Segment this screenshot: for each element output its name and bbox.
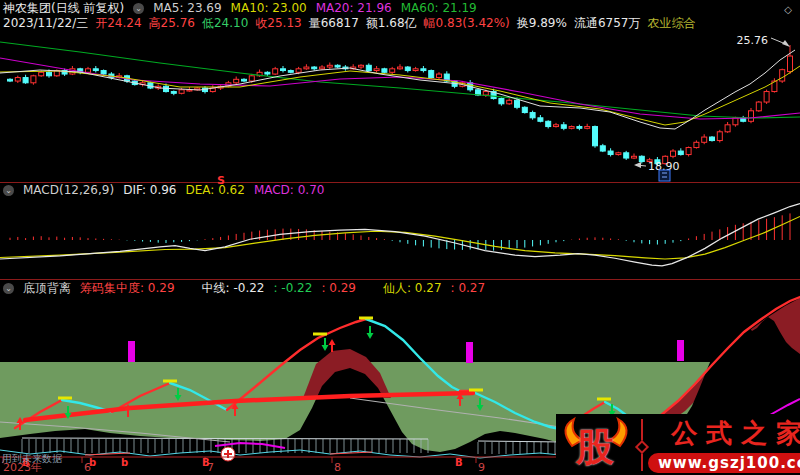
diamond-icon (635, 439, 649, 453)
concentration-value: 筹码集中度: 0.29 (80, 281, 175, 295)
ma20-value: MA20: 21.96 (316, 1, 392, 15)
xianren-value-b: : 0.27 (451, 281, 486, 295)
svg-text:b: b (121, 457, 128, 468)
collapse-indicator-icon[interactable]: ⌄ (3, 283, 14, 294)
quote-industry: 农业综合 (647, 16, 695, 30)
macd-header: ⌄ MACD(12,26,9) DIF: 0.96 DEA: 0.62 MACD… (3, 183, 324, 197)
quote-turnover: 换9.89% (517, 16, 567, 30)
corner-diamond-icon: ◇ (784, 4, 792, 15)
quote-range: 幅0.83(3.42%) (424, 16, 510, 30)
ma5-value: MA5: 23.69 (153, 1, 221, 15)
quote-date: 2023/11/22/三 (3, 16, 88, 30)
ma60-value: MA60: 21.19 (401, 1, 477, 15)
watermark-url: www.gszj100.com (648, 453, 800, 473)
collapse-main-chart-icon[interactable]: ⌄ (133, 3, 144, 14)
svg-text:B: B (455, 457, 463, 468)
panel-divider-2 (0, 279, 800, 280)
svg-text:8: 8 (334, 461, 341, 474)
macd-chart[interactable] (0, 196, 800, 279)
macd-macd-value: MACD: 0.70 (254, 183, 325, 197)
watermark-logo: 股 (556, 416, 636, 474)
quote-low: 低24.10 (202, 16, 248, 30)
watermark-divider (641, 419, 643, 471)
candlestick-chart[interactable]: 25.7618.90 (0, 30, 800, 182)
svg-text:B: B (202, 457, 210, 468)
stock-app-window: 神农集团(日线 前复权) ⌄ MA5: 23.69 MA10: 23.00 MA… (0, 0, 800, 475)
quote-volume: 量66817 (309, 16, 359, 30)
quote-bar: 2023/11/22/三 开24.24 高25.76 低24.10 收25.13… (3, 16, 695, 30)
indicator-name: 底顶背离 (23, 281, 71, 295)
quote-amount: 额1.68亿 (366, 16, 417, 30)
indicator-header: ⌄ 底顶背离 筹码集中度: 0.29 中线: -0.22 : -0.22 : 0… (3, 281, 485, 295)
separator-marker: S (217, 175, 225, 187)
macd-dea-value: DEA: 0.62 (185, 183, 244, 197)
xianren-value: 仙人: 0.27 (383, 281, 442, 295)
svg-text:b: b (89, 457, 96, 468)
stock-title: 神农集团(日线 前复权) (3, 1, 124, 15)
watermark-logo-char: 股 (576, 422, 614, 473)
midline-value-b: : -0.22 (273, 281, 312, 295)
collapse-macd-icon[interactable]: ⌄ (3, 185, 14, 196)
main-header: 神农集团(日线 前复权) ⌄ MA5: 23.69 MA10: 23.00 MA… (3, 1, 477, 15)
watermark-text: 公式之家 www.gszj100.com (648, 416, 800, 473)
quote-high: 高25.76 (149, 16, 195, 30)
ma10-value: MA10: 23.00 (231, 1, 307, 15)
watermark-brand: 公式之家 (671, 416, 800, 451)
midline-value: 中线: -0.22 (202, 281, 265, 295)
quote-float: 流通6757万 (574, 16, 641, 30)
midline-value-c: : 0.29 (321, 281, 356, 295)
svg-text:25.76: 25.76 (737, 34, 769, 47)
macd-dif-value: DIF: 0.96 (123, 183, 176, 197)
svg-text:9: 9 (478, 461, 485, 474)
macd-indicator-name: MACD(12,26,9) (23, 183, 114, 197)
quote-close: 收25.13 (255, 16, 301, 30)
quote-open: 开24.24 (95, 16, 141, 30)
watermark: 股 公式之家 www.gszj100.com (556, 414, 800, 475)
future-data-note: 用到未来数据 (2, 452, 62, 466)
